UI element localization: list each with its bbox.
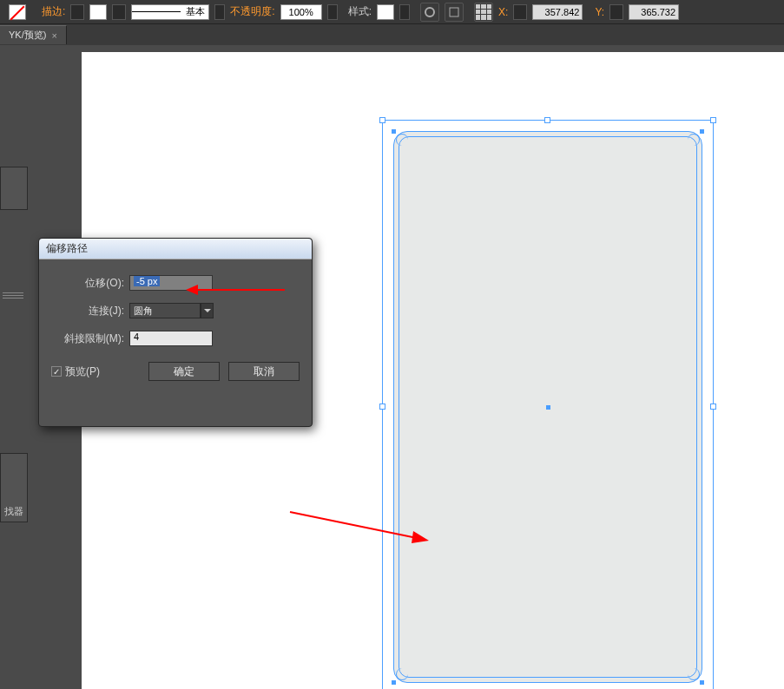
stroke-label: 描边: — [42, 4, 65, 19]
style-label: 样式: — [348, 4, 372, 19]
cancel-button[interactable]: 取消 — [228, 362, 300, 381]
y-field[interactable]: 365.732 — [629, 4, 679, 20]
x-down[interactable] — [513, 4, 527, 20]
join-select[interactable]: 圆角 — [129, 303, 201, 318]
document-tab[interactable]: YK/预览) × — [0, 25, 67, 44]
stroke-weight-down[interactable] — [70, 4, 84, 20]
offset-preview-path — [399, 136, 697, 678]
opacity-chevron[interactable] — [327, 4, 338, 20]
offset-path-dialog: 偏移路径 位移(O): -5 px 连接(J): 圆角 斜接限制(M): 4 ✓… — [38, 238, 313, 427]
resize-handle-tl[interactable] — [379, 117, 385, 123]
stroke-profile-value: 基本 — [186, 5, 205, 18]
close-tab-icon[interactable]: × — [51, 30, 56, 41]
offset-input-value: -5 px — [134, 276, 160, 286]
join-chevron-icon[interactable] — [201, 303, 214, 318]
dialog-title: 偏移路径 — [46, 241, 88, 256]
resize-handle-tr[interactable] — [710, 117, 716, 123]
stroke-profile-chevron[interactable] — [214, 4, 225, 20]
options-toolbar: 描边: 基本 不透明度: 100% 样式: X: 357.842 Y: 365.… — [0, 0, 784, 24]
align-button[interactable] — [445, 3, 464, 22]
dialog-titlebar[interactable]: 偏移路径 — [39, 239, 312, 259]
recolor-button[interactable] — [420, 3, 439, 22]
opacity-label: 不透明度: — [230, 4, 274, 19]
resize-handle-tm[interactable] — [544, 117, 550, 123]
opacity-field[interactable]: 100% — [280, 4, 322, 20]
svg-point-0 — [425, 8, 434, 16]
side-panel-pathfinder[interactable]: 找器 — [0, 453, 28, 522]
stroke-profile-dropdown[interactable]: 基本 — [131, 4, 209, 20]
dialog-body: 位移(O): -5 px 连接(J): 圆角 斜接限制(M): 4 ✓ 预览(P… — [39, 259, 312, 402]
preview-checkbox[interactable]: ✓ — [51, 366, 62, 377]
anchor-tl[interactable] — [392, 129, 396, 134]
miter-label: 斜接限制(M): — [51, 331, 124, 346]
miter-input-value: 4 — [134, 331, 139, 342]
style-swatch[interactable] — [377, 4, 394, 20]
x-label: X: — [498, 6, 508, 18]
anchor-bl[interactable] — [392, 680, 396, 685]
offset-label: 位移(O): — [51, 276, 124, 291]
join-select-value: 圆角 — [134, 305, 153, 318]
stroke-weight-field[interactable] — [89, 4, 107, 20]
resize-handle-ml[interactable] — [379, 404, 385, 410]
side-panel-1[interactable] — [0, 167, 28, 210]
offset-input[interactable]: -5 px — [129, 275, 213, 291]
y-down[interactable] — [609, 4, 623, 20]
svg-rect-1 — [450, 8, 458, 16]
x-field[interactable]: 357.842 — [532, 4, 583, 20]
fill-swatch-none[interactable] — [9, 4, 26, 20]
miter-input[interactable]: 4 — [129, 331, 213, 346]
document-tabbar: YK/预览) × — [0, 24, 784, 45]
anchor-br[interactable] — [700, 680, 704, 685]
stroke-weight-up[interactable] — [112, 4, 126, 20]
workspace: 找器 偏移路径 位移(O): — [0, 45, 784, 689]
y-label: Y: — [595, 6, 604, 18]
ok-button[interactable]: 确定 — [148, 362, 220, 381]
side-panel-label: 找器 — [4, 505, 23, 518]
selection-bounding-box[interactable] — [382, 120, 714, 689]
preview-label: 预览(P) — [65, 364, 100, 379]
style-chevron[interactable] — [399, 4, 410, 20]
join-label: 连接(J): — [51, 304, 124, 318]
anchor-tr[interactable] — [700, 129, 704, 134]
resize-handle-mr[interactable] — [710, 404, 716, 410]
transform-panel-button[interactable] — [474, 3, 493, 22]
panel-grip-icon — [3, 291, 23, 299]
document-tab-title: YK/预览) — [9, 29, 46, 42]
